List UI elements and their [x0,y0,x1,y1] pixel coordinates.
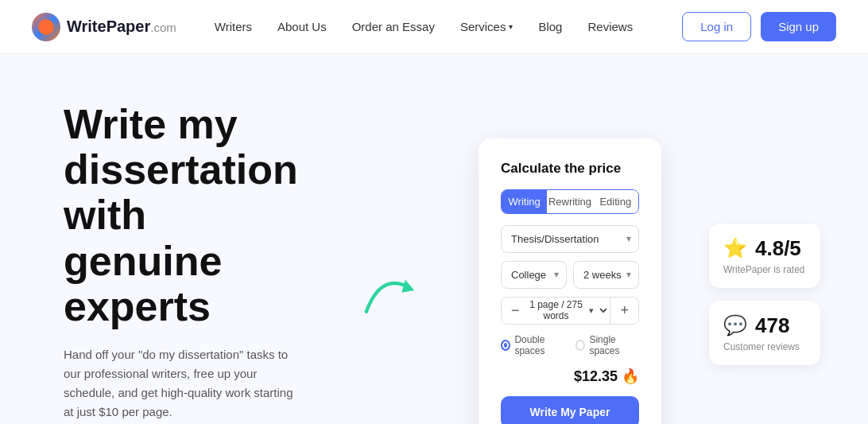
logo-icon [32,13,60,41]
reviews-icon: 💬 [723,314,747,336]
reviews-card: 💬 478 Customer reviews [709,301,820,365]
arrow-decoration [351,266,431,322]
level-select[interactable]: College High School University [501,261,567,289]
calculator-tabs: Writing Rewriting Editing [501,189,639,214]
hero-subtitle: Hand off your "do my dissertation" tasks… [64,345,304,422]
logo-text: WritePaper.com [67,18,176,36]
type-selector[interactable]: Thesis/Dissertation Essay Research Paper [501,225,639,253]
nav-item-services[interactable]: Services ▾ [460,20,513,33]
arrow-icon [359,266,423,322]
double-spaces-option[interactable]: Double spaces [501,334,568,356]
single-spaces-option[interactable]: Single spaces [575,334,639,356]
nav-actions: Log in Sign up [682,12,836,41]
decrease-pages-button[interactable]: − [502,298,529,324]
pages-value: 1 page / 275 words [529,299,583,321]
svg-marker-1 [401,280,414,293]
price-value: $12.35 [574,368,618,384]
rating-top: ⭐ 4.8/5 [723,236,801,261]
level-deadline-row: College High School University 2 weeks 1… [501,261,639,289]
type-select[interactable]: Thesis/Dissertation Essay Research Paper [501,225,639,253]
reviews-top: 💬 478 [723,313,789,338]
price-calculator: Calculate the price Writing Rewriting Ed… [479,138,661,424]
pages-stepper: − 1 page / 275 words ▾ + [501,297,639,325]
rating-card: ⭐ 4.8/5 WritePaper is rated [709,224,820,288]
single-spaces-label: Single spaces [589,334,639,356]
double-spaces-label: Double spaces [514,334,568,356]
tab-editing[interactable]: Editing [593,190,638,213]
signup-button[interactable]: Sign up [761,12,836,41]
nav-item-about[interactable]: About Us [277,20,327,33]
nav-item-order[interactable]: Order an Essay [352,20,435,33]
price-display: $12.35 🔥 [501,368,639,385]
hero-section: Write my dissertation with genuine exper… [0,54,868,424]
double-spaces-radio[interactable] [501,340,510,351]
hero-content: Write my dissertation with genuine exper… [64,102,304,424]
svg-point-0 [38,19,54,35]
nav-links: Writers About Us Order an Essay Services… [215,20,683,33]
order-button[interactable]: Write My Paper [501,396,639,424]
increase-pages-button[interactable]: + [610,298,638,324]
single-spaces-radio[interactable] [575,340,585,351]
reviews-value: 478 [755,313,789,338]
spacing-options: Double spaces Single spaces [501,334,639,356]
fire-icon: 🔥 [622,368,639,384]
star-icon: ⭐ [723,237,747,259]
navbar: WritePaper.com Writers About Us Order an… [0,0,868,54]
rating-value: 4.8/5 [755,236,801,261]
nav-item-reviews[interactable]: Reviews [587,20,633,33]
nav-item-writers[interactable]: Writers [215,20,252,33]
chevron-down-icon: ▾ [509,22,513,31]
calculator-title: Calculate the price [501,161,639,177]
login-button[interactable]: Log in [682,12,751,41]
type-selector-row: Thesis/Dissertation Essay Research Paper [501,225,639,253]
pages-unit-select[interactable]: ▾ [583,300,610,321]
deadline-select[interactable]: 2 weeks 1 week 3 days 24 hours [573,261,639,289]
tab-rewriting[interactable]: Rewriting [547,190,592,213]
nav-item-blog[interactable]: Blog [538,20,562,33]
level-selector[interactable]: College High School University [501,261,567,289]
rating-label: WritePaper is rated [723,264,805,275]
stats-section: ⭐ 4.8/5 WritePaper is rated 💬 478 Custom… [709,224,820,365]
deadline-selector[interactable]: 2 weeks 1 week 3 days 24 hours [573,261,639,289]
tab-writing[interactable]: Writing [502,190,547,213]
reviews-label: Customer reviews [723,341,800,352]
hero-title: Write my dissertation with genuine exper… [64,102,304,329]
logo[interactable]: WritePaper.com [32,13,176,41]
